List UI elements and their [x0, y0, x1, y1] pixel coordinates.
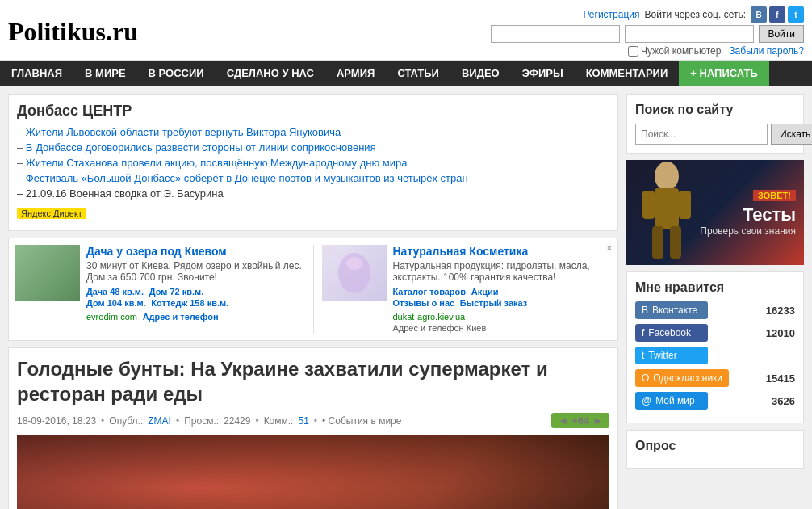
ad-image-house	[15, 245, 80, 301]
nav-russia[interactable]: В РОССИИ	[137, 61, 216, 86]
ad-link-2d[interactable]: Быстрый заказ	[460, 298, 527, 308]
donbass-link-3[interactable]: Жители Стаханова провели акцию, посвящён…	[26, 157, 408, 169]
ad-link-2c[interactable]: Отзывы о нас	[393, 298, 455, 308]
likes-section: Мне нравится В Вконтакте 16233 f Faceboo…	[626, 271, 804, 423]
ad-divider	[313, 245, 314, 334]
svg-rect-6	[652, 226, 663, 259]
nav-army[interactable]: АРМИЯ	[325, 61, 386, 86]
ad-text-2: Натуральная Косметика Натуральная продук…	[393, 245, 612, 334]
nav-home[interactable]: ГЛАВНАЯ	[0, 61, 73, 86]
ad-extra-2: Адрес и телефон Киев	[393, 323, 487, 333]
login-button[interactable]: Войти	[759, 25, 804, 43]
tw-like-button[interactable]: t Twitter	[635, 347, 708, 364]
meta-bullet-2: •	[176, 415, 179, 427]
nav-made-in[interactable]: СДЕЛАНО У НАС	[216, 61, 325, 86]
like-item-fb: f Facebook 12010	[635, 324, 795, 342]
donbass-links: Жители Львовской области требуют вернуть…	[17, 126, 609, 200]
sidebar-search-section: Поиск по сайту Искать	[626, 94, 804, 154]
fb-like-icon: f	[642, 327, 644, 339]
soldier-icon	[634, 160, 699, 265]
svg-rect-4	[642, 191, 655, 219]
tw-icon[interactable]: t	[788, 6, 804, 23]
ad-close-icon[interactable]: ×	[606, 242, 613, 254]
donbass-item-5: 21.09.16 Военная сводка от Э. Басурина	[26, 187, 224, 200]
article-date: 18-09-2016, 18:23	[17, 415, 96, 427]
search-button[interactable]: Искать	[771, 124, 812, 145]
ok-like-button[interactable]: О Одноклассники	[635, 369, 729, 387]
nav-world[interactable]: В МИРЕ	[73, 61, 137, 86]
nav-write[interactable]: + НАПИСАТЬ	[679, 61, 769, 86]
search-row: Искать	[635, 124, 795, 145]
article-views: 22429	[224, 415, 250, 427]
article-image-overlay	[17, 435, 609, 509]
search-title: Поиск по сайту	[635, 103, 795, 117]
like-item-mm: @ Мой мир 3626	[635, 392, 795, 410]
banner-text-area: ЗОВЁТ! Тесты Проверь свои знания	[700, 189, 796, 237]
ok-like-count: 15415	[766, 372, 795, 385]
ad-site-2: dukat-agro.kiev.ua	[393, 312, 466, 322]
nav-articles[interactable]: СТАТЬИ	[386, 61, 450, 86]
opros-section: Опрос	[626, 430, 804, 469]
ad-link-1c[interactable]: Дом 104 кв.м.	[86, 298, 146, 308]
donbass-link-1[interactable]: Жители Львовской области требуют вернуть…	[26, 126, 341, 138]
password-input[interactable]	[625, 25, 754, 43]
cosm-icon	[330, 249, 379, 297]
ad-link-2b[interactable]: Акции	[471, 287, 499, 297]
fb-like-button[interactable]: f Facebook	[635, 324, 708, 342]
ad-link-1b[interactable]: Дом 72 кв.м.	[149, 287, 204, 297]
ad-extra-1[interactable]: Адрес и телефон	[143, 312, 219, 322]
foreign-pc-label[interactable]: Чужой компьютер	[628, 45, 721, 57]
svg-rect-7	[670, 226, 681, 259]
ad-site-1: evrodim.com	[86, 312, 137, 322]
article-category: • События в мире	[322, 415, 401, 427]
nav-comments[interactable]: КОММЕНТАРИИ	[575, 61, 680, 86]
svg-rect-3	[655, 188, 679, 229]
vk-like-button[interactable]: В Вконтакте	[635, 301, 708, 319]
header-right: Регистрация Войти через соц. сеть: В f t…	[491, 6, 804, 57]
nav-video[interactable]: ВИДЕО	[450, 61, 511, 86]
article-image	[17, 435, 609, 509]
ad-link-1a[interactable]: Дача 48 кв.м.	[86, 287, 144, 297]
register-link[interactable]: Регистрация	[583, 9, 639, 20]
opros-title: Опрос	[635, 439, 795, 453]
foreign-pc-checkbox[interactable]	[628, 46, 638, 57]
forgot-password-link[interactable]: Забыли пароль?	[729, 45, 804, 57]
list-item: 21.09.16 Военная сводка от Э. Басурина	[17, 187, 609, 200]
ok-like-icon: О	[642, 372, 649, 384]
donbass-link-4[interactable]: Фестиваль «Большой Донбасс» соберёт в До…	[26, 172, 468, 184]
svg-point-1	[346, 257, 362, 270]
search-input[interactable]	[635, 124, 768, 145]
like-item-ok: О Одноклассники 15415	[635, 369, 795, 387]
article-rating[interactable]: ◄ +64 ►	[551, 413, 609, 428]
fb-icon[interactable]: f	[769, 6, 785, 23]
nav-airs[interactable]: ЭФИРЫ	[511, 61, 575, 86]
vk-icon[interactable]: В	[751, 6, 767, 23]
tw-like-icon: t	[642, 350, 644, 361]
ad-title-2[interactable]: Натуральная Косметика	[393, 245, 529, 258]
site-title: Politikus.ru	[8, 17, 138, 46]
ad-link-1d[interactable]: Коттедж 158 кв.м.	[151, 298, 228, 308]
sidebar: Поиск по сайту Искать	[626, 94, 804, 509]
social-icons: В f t	[751, 6, 804, 23]
mm-like-button[interactable]: @ Мой мир	[635, 392, 708, 410]
mm-like-count: 3626	[772, 395, 795, 407]
donbass-title: Донбасс ЦЕНТР	[17, 103, 609, 120]
banner-inner: ЗОВЁТ! Тесты Проверь свои знания	[626, 160, 804, 265]
article-comments[interactable]: 51	[298, 415, 308, 427]
banner-subtitle: Проверь свои знания	[700, 225, 796, 237]
ad-title-1[interactable]: Дача у озера под Киевом	[86, 245, 227, 258]
meta-bullet-1: •	[101, 415, 104, 427]
ad-link-2a[interactable]: Каталог товаров	[393, 287, 467, 297]
fb-like-label: Facebook	[648, 327, 691, 339]
sidebar-banner[interactable]: ЗОВЁТ! Тесты Проверь свои знания	[626, 160, 804, 265]
banner-figure	[634, 160, 699, 265]
login-input[interactable]	[491, 25, 620, 43]
article-author[interactable]: ZMAI	[148, 415, 171, 427]
meta-bullet-4: •	[314, 415, 317, 427]
meta-comm-label: Комм.:	[264, 415, 294, 427]
yandex-badge: Яндекс Директ	[17, 208, 86, 219]
mm-like-icon: @	[642, 395, 651, 406]
donbass-link-2[interactable]: В Донбассе договорились развести стороны…	[26, 141, 376, 154]
tw-like-label: Twitter	[648, 350, 676, 361]
ad-item-1: Дача у озера под Киевом 30 минут от Киев…	[15, 245, 305, 334]
